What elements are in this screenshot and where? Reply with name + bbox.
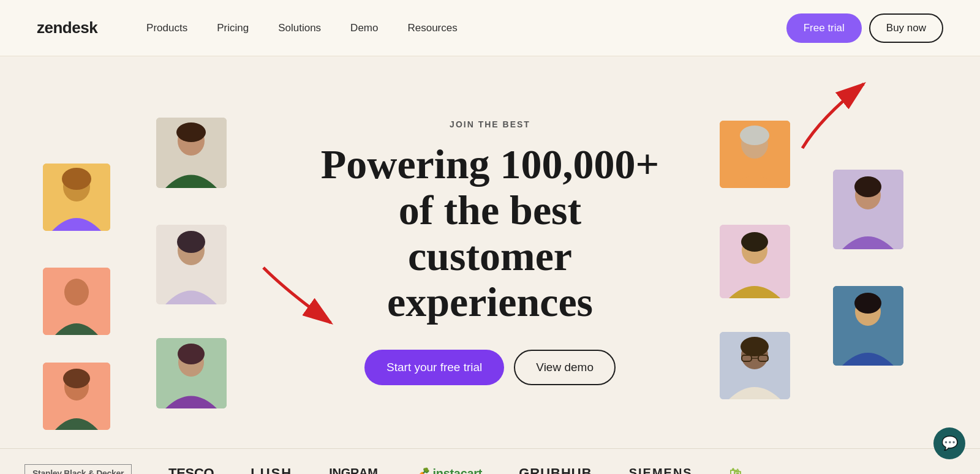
hero-cta-secondary[interactable]: View demo	[514, 350, 616, 385]
svg-point-2	[62, 168, 91, 190]
person-photo-right-far-1	[833, 170, 903, 249]
navigation: zendesk Products Pricing Solutions Demo …	[0, 0, 980, 56]
svg-point-13	[177, 231, 205, 253]
chat-bubble-button[interactable]: 💬	[933, 427, 965, 459]
nav-link-pricing[interactable]: Pricing	[205, 16, 261, 40]
brand-logo-5: GRUBHUB	[519, 465, 592, 475]
brand-logo-2: LUSH	[251, 465, 292, 475]
chat-icon: 💬	[941, 435, 958, 451]
brand-logo-1: TESCO	[168, 465, 214, 475]
svg-point-22	[741, 232, 768, 252]
nav-link-solutions[interactable]: Solutions	[266, 16, 333, 40]
person-photo-left-2	[43, 268, 110, 335]
svg-point-34	[854, 293, 881, 314]
logo[interactable]: zendesk	[37, 18, 97, 37]
hero-buttons: Start your free trial View demo	[312, 350, 668, 385]
brand-logo-6: SIEMENS	[629, 466, 693, 474]
free-trial-button[interactable]: Free trial	[786, 13, 862, 43]
nav-links: Products Pricing Solutions Demo Resource…	[134, 16, 786, 40]
person-photo-right-far-2	[833, 286, 903, 366]
hero-subtitle: JOIN THE BEST	[312, 119, 668, 129]
person-photo-left-mid-1	[156, 118, 227, 188]
person-photo-left-mid-3	[156, 338, 227, 408]
person-photo-left-1	[43, 164, 110, 231]
hero-cta-primary[interactable]: Start your free trial	[364, 350, 504, 385]
brand-logo-0: Stanley Black & Decker	[24, 464, 132, 475]
svg-point-19	[740, 126, 769, 145]
svg-point-10	[176, 122, 206, 142]
svg-point-4	[64, 279, 89, 306]
nav-link-products[interactable]: Products	[134, 16, 200, 40]
nav-actions: Free trial Buy now	[786, 13, 943, 43]
svg-point-7	[63, 369, 90, 388]
svg-point-25	[741, 337, 769, 356]
hero-section: JOIN THE BEST Powering 100,000+ of the b…	[0, 56, 980, 448]
hero-title: Powering 100,000+ of the best customer e…	[312, 141, 668, 325]
nav-link-demo[interactable]: Demo	[338, 16, 390, 40]
svg-point-31	[854, 176, 881, 197]
brand-logo-3: INGRAM	[329, 466, 377, 474]
arrow-to-free-trial	[766, 69, 888, 154]
nav-link-resources[interactable]: Resources	[395, 16, 469, 40]
person-photo-right-3	[720, 332, 790, 399]
person-photo-left-mid-2	[156, 225, 227, 304]
hero-content: JOIN THE BEST Powering 100,000+ of the b…	[312, 119, 668, 385]
svg-point-16	[178, 344, 205, 364]
buy-now-button[interactable]: Buy now	[869, 13, 943, 43]
brand-logo-7: 🛍	[729, 466, 742, 474]
brands-bar: Stanley Black & Decker TESCO LUSH INGRAM…	[0, 448, 980, 474]
brand-logo-4: 🥕 instacart	[415, 466, 483, 475]
person-photo-left-3	[43, 363, 110, 430]
person-photo-right-2	[720, 225, 790, 298]
arrow-to-cta	[233, 255, 355, 335]
